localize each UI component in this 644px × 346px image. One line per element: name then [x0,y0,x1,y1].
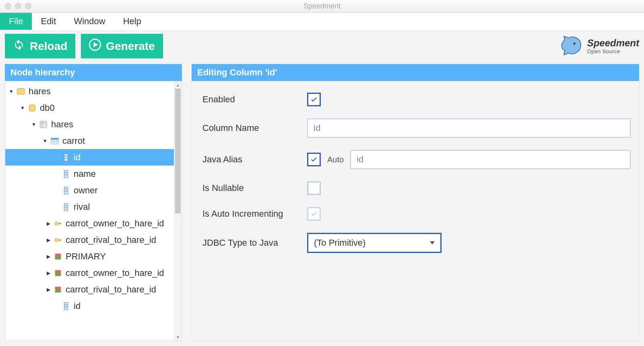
tree-container: hares db0 hares c [5,81,182,341]
svg-rect-6 [51,138,58,140]
disclosure-icon[interactable] [45,254,51,259]
tree-node-extra-col[interactable]: id [5,298,174,314]
svg-rect-9 [64,186,68,194]
tree-label: PRIMARY [66,251,106,262]
index-icon [54,269,62,278]
side-panel-title: Node hierarchy [5,64,182,81]
tree-label: owner [74,185,98,196]
disclosure-icon[interactable] [45,237,51,243]
check-icon [310,96,318,103]
svg-rect-16 [55,273,61,276]
input-java-alias[interactable]: id [350,150,631,169]
chevron-down-icon [430,241,435,244]
tree-node-fk1[interactable]: carrot_owner_to_hare_id [5,215,174,232]
tree-node-column-rival[interactable]: rival [5,199,174,215]
tree-node-index2[interactable]: carrot_rival_to_hare_id [5,281,174,298]
reload-button[interactable]: Reload [5,34,75,58]
column-icon [62,186,70,195]
disclosure-icon[interactable] [45,221,51,226]
scrollbar-up-icon[interactable]: ▴ [174,81,182,89]
window-title: Speedment [0,2,644,10]
zoom-button[interactable] [25,3,31,9]
row-column-name: Column Name id [202,118,631,138]
tree-label: carrot_rival_to_hare_id [66,284,156,295]
menu-window[interactable]: Window [65,13,114,30]
tree-label: carrot [62,136,85,146]
column-icon [62,203,70,211]
tree-label: carrot_owner_to_hare_id [66,268,164,278]
toolbar: Reload Generate Speedment Open Source [0,30,644,64]
checkbox-enabled[interactable] [307,93,321,106]
generate-button[interactable]: Generate [81,34,163,58]
select-value: (To Primitive) [314,238,365,248]
tree-node-index-primary[interactable]: PRIMARY [5,248,174,265]
scrollbar[interactable]: ▴ ▾ [174,81,182,341]
row-is-auto-inc: Is Auto Incrementing [202,207,631,221]
disclosure-icon[interactable] [20,105,25,111]
check-icon [310,210,318,218]
titlebar: Speedment [0,0,644,12]
reload-label: Reload [30,40,67,53]
tree-label: id [74,301,80,311]
label-is-auto-inc: Is Auto Incrementing [202,209,307,219]
tree-node-column-owner[interactable]: owner [5,182,174,199]
svg-rect-13 [55,253,61,256]
foreign-key-icon [54,236,62,244]
disclosure-icon[interactable] [8,89,14,94]
tree-label: hares [29,86,51,97]
svg-rect-15 [55,270,61,273]
tree-node-project[interactable]: hares [5,83,174,99]
menu-file[interactable]: File [0,13,32,30]
column-icon [62,170,70,178]
generate-label: Generate [106,40,155,53]
editor-title: Editing Column 'id' [192,64,639,81]
tree[interactable]: hares db0 hares c [5,81,174,341]
menubar: File Edit Window Help [0,12,644,30]
minimize-button[interactable] [15,3,21,9]
editor-panel: Editing Column 'id' Enabled Column Name … [192,64,639,341]
svg-point-12 [55,238,58,242]
tree-node-schema[interactable]: hares [5,116,174,133]
schema-icon [39,120,48,129]
close-button[interactable] [5,3,11,9]
reload-icon [13,39,25,54]
main-area: Node hierarchy hares db0 [0,64,644,346]
database-icon [28,104,37,112]
svg-rect-17 [55,286,61,289]
tree-node-column-name[interactable]: name [5,166,174,182]
input-column-name[interactable]: id [307,118,631,138]
svg-rect-14 [55,257,61,259]
column-icon [62,302,70,311]
menu-help[interactable]: Help [114,13,150,30]
disclosure-icon[interactable] [45,270,51,276]
disclosure-icon[interactable] [31,122,37,127]
disclosure-icon[interactable] [45,287,51,292]
checkbox-java-alias-auto[interactable] [307,153,321,166]
check-icon [310,156,318,163]
brand-edition: Open Source [587,49,639,54]
checkbox-is-nullable[interactable] [307,181,321,195]
label-java-alias: Java Alias [202,154,307,165]
tree-label: rival [74,202,90,212]
label-auto: Auto [327,155,344,164]
svg-rect-7 [64,153,68,161]
svg-rect-4 [40,121,47,128]
tree-node-fk2[interactable]: carrot_rival_to_hare_id [5,232,174,248]
row-java-alias: Java Alias Auto id [202,150,631,169]
checkbox-is-auto-inc [307,207,321,221]
project-icon [17,87,25,96]
tree-node-table[interactable]: carrot [5,133,174,149]
tree-label: id [74,152,80,163]
window-controls [5,3,31,9]
menu-edit[interactable]: Edit [32,13,65,30]
tree-node-column-id[interactable]: id [5,149,174,166]
svg-rect-2 [17,88,25,94]
scrollbar-down-icon[interactable]: ▾ [174,334,182,341]
tree-node-database[interactable]: db0 [5,99,174,116]
side-panel: Node hierarchy hares db0 [5,64,182,341]
select-jdbc-type[interactable]: (To Primitive) [307,233,442,253]
scrollbar-thumb[interactable] [175,89,181,213]
foreign-key-icon [54,219,62,228]
tree-node-index1[interactable]: carrot_owner_to_hare_id [5,265,174,281]
disclosure-icon[interactable] [42,138,48,144]
